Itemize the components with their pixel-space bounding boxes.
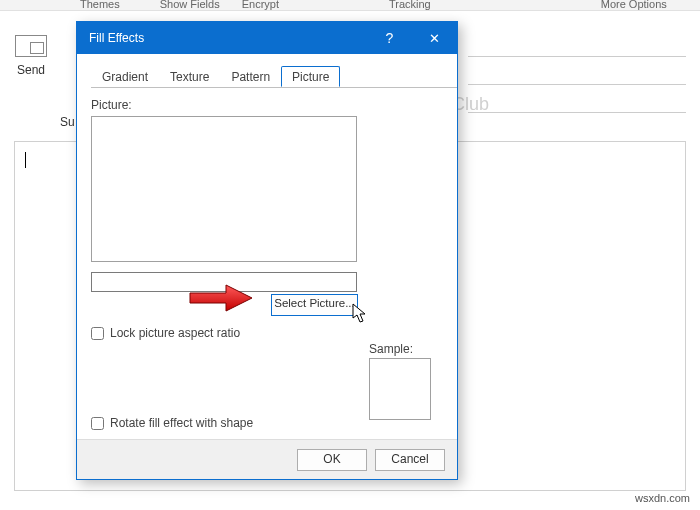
rotate-fill-input[interactable] [91,417,104,430]
text-cursor [25,152,26,168]
dialog-body: Picture: Select Picture... Lock picture … [77,88,457,439]
lock-aspect-label: Lock picture aspect ratio [110,326,240,340]
tab-gradient[interactable]: Gradient [91,66,159,87]
close-button[interactable]: ✕ [412,22,457,54]
cancel-button[interactable]: Cancel [375,449,445,471]
send-button[interactable]: Send [10,35,52,77]
picture-label: Picture: [91,98,443,112]
tab-picture[interactable]: Picture [281,66,340,87]
ok-button[interactable]: OK [297,449,367,471]
tab-pattern[interactable]: Pattern [220,66,281,87]
ribbon-group-label: Encrypt [242,0,279,8]
help-button[interactable]: ? [367,22,412,54]
picture-preview [91,116,357,262]
attribution: wsxdn.com [635,492,690,504]
send-icon [15,35,47,57]
ribbon-group-label: Tracking [389,0,431,8]
rotate-fill-label: Rotate fill effect with shape [110,416,253,430]
rotate-fill-checkbox[interactable]: Rotate fill effect with shape [91,416,253,430]
send-label: Send [10,63,52,77]
ribbon-group-label: Show Fields [160,0,220,8]
dialog-tabs: Gradient Texture Pattern Picture [91,66,457,88]
picture-name-input[interactable] [91,272,357,292]
ribbon-group-label: Themes [80,0,120,8]
ribbon-groups: Themes Show Fields Encrypt Tracking More… [0,0,700,11]
dialog-titlebar[interactable]: Fill Effects ? ✕ [77,22,457,54]
lock-aspect-checkbox[interactable]: Lock picture aspect ratio [91,326,240,340]
select-picture-button[interactable]: Select Picture... [271,294,358,316]
header-fields [468,29,686,113]
dialog-title: Fill Effects [89,31,144,45]
sample-preview [369,358,431,420]
sample-label: Sample: [369,342,413,356]
dialog-button-row: OK Cancel [77,439,457,479]
tab-texture[interactable]: Texture [159,66,220,87]
subject-label: Su [60,115,75,129]
ribbon-group-label: More Options [601,0,667,8]
fill-effects-dialog: Fill Effects ? ✕ Gradient Texture Patter… [76,21,458,480]
lock-aspect-input[interactable] [91,327,104,340]
